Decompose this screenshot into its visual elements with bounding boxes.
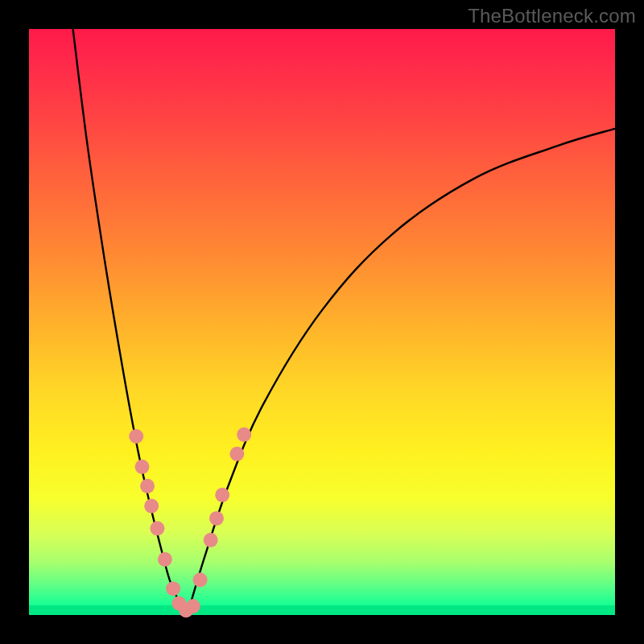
data-dot bbox=[144, 499, 159, 514]
chart-overlay bbox=[29, 29, 615, 615]
data-dot bbox=[150, 521, 164, 535]
data-dot bbox=[209, 511, 224, 526]
watermark-text: TheBottleneck.com bbox=[468, 5, 636, 27]
baseline-band bbox=[29, 605, 615, 615]
data-dot bbox=[229, 447, 244, 461]
curve-right-branch bbox=[188, 129, 615, 615]
data-dot bbox=[129, 429, 143, 444]
data-dot bbox=[204, 533, 218, 547]
dots-group bbox=[129, 427, 251, 617]
data-dot bbox=[215, 488, 229, 502]
data-dot bbox=[140, 479, 155, 493]
data-dot bbox=[135, 460, 150, 474]
data-dot bbox=[237, 427, 251, 442]
data-dot bbox=[158, 552, 172, 567]
chart-canvas: TheBottleneck.com bbox=[0, 0, 644, 644]
data-dot bbox=[186, 599, 200, 613]
data-dot bbox=[193, 572, 208, 587]
curve-left-branch bbox=[73, 29, 188, 615]
data-dot bbox=[166, 581, 180, 596]
